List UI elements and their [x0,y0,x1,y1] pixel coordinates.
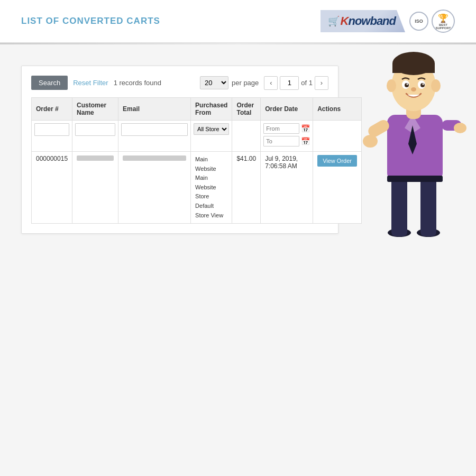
cell-order-date: Jul 9, 2019, 7:06:58 AM [261,152,313,224]
svg-rect-2 [391,176,407,236]
col-order-date: Order Date [261,98,313,121]
customer-name-blurred [77,155,114,161]
filter-row: All Store Vi Main Website Default Store … [32,121,362,152]
view-order-button[interactable]: View Order [317,155,357,167]
svg-point-23 [423,84,424,85]
col-order-total: Order Total [232,98,261,121]
filter-actions [313,121,362,152]
calendar-from-icon[interactable]: 📅 [301,124,310,133]
order-date-value: Jul 9, 2019, 7:06:58 AM [265,155,298,170]
cell-actions: View Order [313,152,362,224]
per-page-select[interactable]: 20 50 100 [200,76,228,89]
prev-page-button[interactable]: ‹ [264,76,278,90]
svg-point-17 [431,79,441,92]
svg-rect-3 [420,176,436,236]
col-customer-name: Customer Name [72,98,118,121]
order-total-value: $41.00 [236,155,256,162]
filter-customer [72,121,118,152]
filter-order-total [232,121,261,152]
cell-order-total: $41.00 [232,152,261,224]
svg-rect-7 [387,176,443,182]
date-from-wrap: 📅 [263,123,310,134]
filter-order-input[interactable] [34,123,69,136]
cell-customer-name [72,152,118,224]
svg-point-10 [363,135,378,148]
filter-email [118,121,191,152]
table-row: 000000015 Main WebsiteMainWebsite StoreD… [32,152,362,224]
page-total: of 1 [301,79,313,87]
col-purchased-from: PurchasedFrom [191,98,232,121]
cell-email [118,152,191,224]
date-to-input[interactable] [263,136,299,147]
page-input[interactable] [280,76,299,90]
filter-customer-input[interactable] [75,123,115,136]
main-panel: Search Reset Filter 1 records found 20 5… [21,66,338,234]
order-id-value: 000000015 [36,155,68,162]
pagination: ‹ of 1 › [264,76,328,90]
date-to-wrap: 📅 [263,136,310,147]
store-text: Main WebsiteMainWebsite StoreDefaultStor… [195,156,223,218]
main-content: Search Reset Filter 1 records found 20 5… [0,60,476,239]
col-email: Email [118,98,191,121]
date-from-input[interactable] [263,123,299,134]
svg-point-22 [407,84,408,85]
character-illustration [360,17,471,239]
per-page-area: 20 50 100 per page [200,76,259,89]
page-title: LIST OF CONVERTED CARTS [21,16,160,26]
search-button[interactable]: Search [31,76,68,90]
records-found: 1 records found [114,79,195,87]
svg-point-11 [454,123,466,133]
svg-point-16 [387,79,396,92]
svg-rect-15 [392,63,435,73]
per-page-label: per page [232,79,259,87]
table-header-row: Order # Customer Name Email PurchasedFro… [32,98,362,121]
filter-store-select[interactable]: All Store Vi Main Website Default Store … [194,123,229,135]
filter-store: All Store Vi Main Website Default Store … [191,121,232,152]
next-page-button[interactable]: › [315,76,328,90]
cell-purchased-from: Main WebsiteMainWebsite StoreDefaultStor… [191,152,232,224]
filter-email-input[interactable] [121,123,188,136]
col-order-num: Order # [32,98,72,121]
svg-point-24 [411,87,416,91]
filter-order [32,121,72,152]
cell-order-id: 000000015 [32,152,72,224]
filter-date: 📅 📅 [261,121,313,152]
orders-table: Order # Customer Name Email PurchasedFro… [31,97,362,224]
reset-filter-button[interactable]: Reset Filter [73,79,108,87]
col-actions: Actions [313,98,362,121]
calendar-to-icon[interactable]: 📅 [301,137,310,145]
email-blurred [123,155,186,161]
cart-icon: 🛒 [328,15,340,27]
toolbar: Search Reset Filter 1 records found 20 5… [31,76,328,90]
